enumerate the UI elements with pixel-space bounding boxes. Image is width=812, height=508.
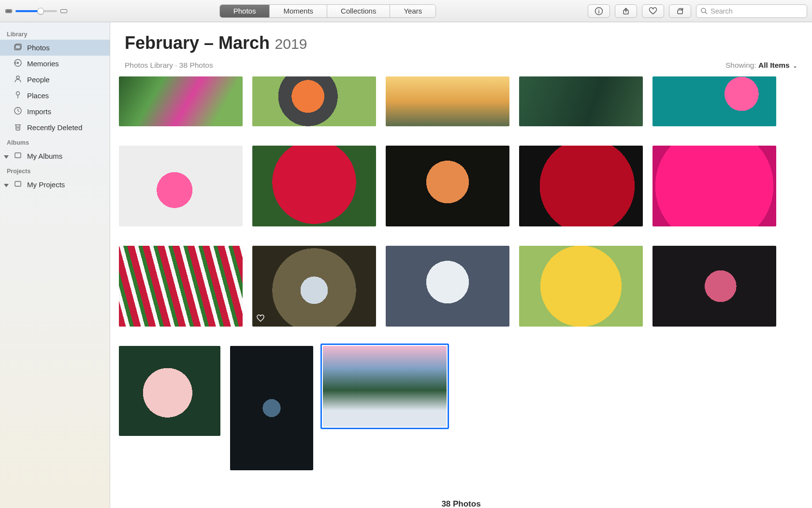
- photo-thumbnail[interactable]: [119, 76, 243, 126]
- photo-image: [119, 146, 243, 226]
- content-header: February – March 2019: [110, 22, 812, 55]
- photo-image: [652, 146, 776, 226]
- svg-rect-2: [61, 9, 67, 13]
- sidebar-item-my-albums[interactable]: My Albums: [0, 148, 110, 164]
- sidebar-item-photos[interactable]: Photos: [0, 40, 110, 56]
- photo-image: [519, 76, 643, 126]
- svg-rect-24: [15, 181, 21, 186]
- page-title-year: 2019: [275, 36, 307, 52]
- zoom-out-icon[interactable]: [5, 8, 13, 14]
- sidebar-section-header: Library: [0, 27, 110, 40]
- photo-thumbnail[interactable]: [386, 146, 509, 226]
- svg-rect-1: [6, 10, 12, 12]
- favorite-button[interactable]: [642, 4, 664, 18]
- tab-moments[interactable]: Moments: [270, 5, 327, 17]
- footer-count: 38 Photos: [110, 490, 812, 508]
- tab-years[interactable]: Years: [390, 5, 435, 17]
- photo-thumbnail[interactable]: [652, 246, 776, 327]
- sidebar-item-label: My Projects: [27, 180, 65, 189]
- sidebar-item-label: My Albums: [27, 152, 62, 160]
- photos-stack-icon: [14, 43, 22, 53]
- svg-point-14: [17, 62, 19, 64]
- photo-thumbnail[interactable]: [519, 76, 643, 126]
- photo-image: [386, 146, 509, 226]
- photo-thumbnail[interactable]: [119, 246, 243, 327]
- photo-thumbnail[interactable]: [652, 146, 776, 226]
- sidebar-item-imports[interactable]: Imports: [0, 104, 110, 120]
- memories-icon: [14, 59, 22, 69]
- favorite-heart-icon: [256, 314, 265, 323]
- photo-image: [252, 146, 376, 226]
- photo-image: [252, 246, 376, 327]
- disclosure-triangle-icon[interactable]: [4, 153, 10, 159]
- photo-thumbnail[interactable]: [323, 346, 447, 427]
- search-input[interactable]: [710, 7, 803, 15]
- tab-collections[interactable]: Collections: [327, 5, 390, 17]
- toolbar-right: [588, 4, 807, 18]
- view-tabs: PhotosMomentsCollectionsYears: [219, 4, 436, 18]
- photo-grid: [110, 76, 812, 490]
- clock-icon: [14, 106, 22, 117]
- photo-image: [652, 76, 776, 126]
- toolbar: PhotosMomentsCollectionsYears: [0, 0, 812, 22]
- sidebar-item-label: Recently Deleted: [27, 123, 82, 132]
- svg-line-10: [705, 12, 707, 14]
- photo-thumbnail[interactable]: [386, 76, 509, 126]
- breadcrumb: Photos Library · 38 Photos: [125, 61, 213, 70]
- photo-thumbnail[interactable]: [519, 146, 643, 226]
- photo-thumbnail[interactable]: [252, 76, 376, 126]
- sidebar-item-label: Photos: [27, 44, 50, 52]
- photo-image: [119, 76, 243, 126]
- photo-thumbnail[interactable]: [119, 146, 243, 226]
- sidebar-item-label: People: [27, 75, 50, 84]
- sidebar-item-memories[interactable]: Memories: [0, 56, 110, 72]
- album-icon: [14, 151, 22, 161]
- svg-marker-21: [4, 155, 9, 159]
- sidebar-item-my-projects[interactable]: My Projects: [0, 177, 110, 193]
- photo-image: [252, 76, 376, 126]
- photo-thumbnail[interactable]: [652, 76, 776, 126]
- photo-image: [119, 346, 220, 436]
- pin-icon: [14, 90, 22, 101]
- photo-thumbnail[interactable]: [252, 146, 376, 226]
- share-button[interactable]: [615, 4, 637, 18]
- info-button[interactable]: [588, 4, 610, 18]
- trash-icon: [14, 122, 22, 133]
- sidebar-item-places[interactable]: Places: [0, 88, 110, 104]
- svg-rect-22: [15, 153, 21, 158]
- photo-thumbnail[interactable]: [230, 346, 313, 470]
- album-icon: [14, 179, 22, 190]
- zoom-control: [5, 8, 68, 14]
- svg-point-9: [701, 8, 706, 13]
- sidebar-section-header: Albums: [0, 135, 110, 148]
- svg-rect-8: [678, 10, 682, 14]
- search-field[interactable]: [696, 4, 807, 18]
- photo-thumbnail[interactable]: [252, 246, 376, 327]
- photo-image: [386, 246, 509, 327]
- photo-thumbnail[interactable]: [519, 246, 643, 327]
- sidebar-section-header: Projects: [0, 164, 110, 177]
- content-subheader: Photos Library · 38 Photos Showing: All …: [110, 55, 812, 76]
- photo-image: [119, 246, 243, 327]
- chevron-down-icon: ⌄: [793, 62, 798, 69]
- disclosure-triangle-icon[interactable]: [4, 182, 10, 188]
- zoom-in-icon[interactable]: [60, 8, 68, 14]
- rotate-button[interactable]: [669, 4, 691, 18]
- svg-point-15: [16, 76, 19, 79]
- photo-image: [230, 346, 313, 470]
- sidebar-item-recently-deleted[interactable]: Recently Deleted: [0, 120, 110, 135]
- photo-image: [519, 146, 643, 226]
- sidebar-item-people[interactable]: People: [0, 72, 110, 88]
- sidebar-item-label: Memories: [27, 60, 59, 68]
- photo-thumbnail[interactable]: [119, 346, 220, 436]
- svg-marker-23: [4, 184, 9, 187]
- photo-image: [519, 246, 643, 327]
- photo-image: [386, 76, 509, 126]
- sidebar-item-label: Places: [27, 91, 49, 100]
- tab-photos[interactable]: Photos: [220, 5, 270, 17]
- photo-thumbnail[interactable]: [386, 246, 509, 327]
- showing-filter[interactable]: Showing: All Items ⌄: [725, 61, 798, 70]
- photo-image: [323, 346, 447, 427]
- zoom-slider[interactable]: [15, 10, 57, 12]
- photo-image: [652, 246, 776, 327]
